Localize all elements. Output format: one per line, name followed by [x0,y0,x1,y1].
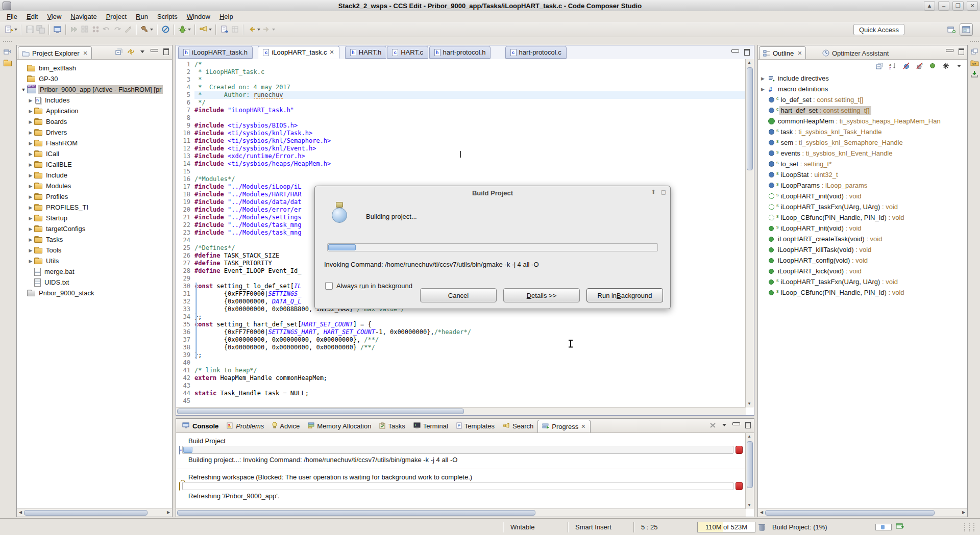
tab-console[interactable]: Console [178,420,223,432]
maximize-dialog-icon[interactable]: ▢ [661,189,666,195]
editor-hscrollbar[interactable] [176,407,746,415]
maximize-icon[interactable] [744,421,752,429]
expand-icon[interactable]: ▶ [27,237,34,242]
menu-scripts[interactable]: Scripts [153,12,182,21]
outline-item-iloophart_createtaskvoid[interactable]: iLoopHART_createTask(void) : void [758,234,967,244]
tab-project-explorer[interactable]: Project Explorer ✕ [18,46,92,59]
editor-vscrollbar[interactable]: ▲▼ [745,59,754,407]
redo-button[interactable] [112,24,122,35]
new-file-button[interactable] [4,24,18,35]
tree-item-icallble[interactable]: ▶ICallBLE [17,159,172,170]
tree-item-targetconfigs[interactable]: ▶targetConfigs [17,223,172,234]
last-edit-location-button[interactable] [219,24,230,35]
menu-window[interactable]: Window [182,12,215,21]
undo-button[interactable] [101,24,112,35]
tree-item-application[interactable]: ▶Application [17,106,172,116]
editor-tab-iLoopHART_task.h[interactable]: hiLoopHART_task.h [178,46,253,59]
view-grid-button[interactable] [80,24,90,35]
close-icon[interactable]: ✕ [330,49,334,56]
strip-handle[interactable] [3,41,12,44]
expand-icon[interactable]: ▶ [27,141,34,146]
link-with-editor-icon[interactable] [127,48,135,56]
minimize-icon[interactable] [150,48,158,56]
tab-tasks[interactable]: Tasks [375,420,409,432]
close-icon[interactable]: ✕ [581,423,585,430]
stop-job-button[interactable] [736,482,743,490]
collapse-all-icon[interactable] [875,62,884,70]
view-menu-icon[interactable] [955,62,963,70]
expand-icon[interactable]: ▶ [27,119,34,124]
outline-item-iloophart_kickvoid[interactable]: iLoopHART_kick(void) : void [758,266,967,276]
back-button[interactable] [247,24,261,35]
garbage-collect-icon[interactable] [758,523,765,531]
tree-item-uids.txt[interactable]: UIDS.txt [17,277,172,288]
status-progress-indicator[interactable] [875,524,892,530]
tab-terminal[interactable]: Terminal [409,420,452,432]
collapse-icon[interactable]: ▼ [20,87,27,92]
tree-item-icall[interactable]: ▶ICall [17,148,172,159]
outline-item-iloopstat[interactable]: siLoopStat : uint32_t [758,169,967,180]
tree-item-startup[interactable]: ▶Startup [17,213,172,223]
editor-tab-hart-protocol.c[interactable]: chart-protocol.c [505,46,567,59]
dropdown-caret-icon[interactable] [257,29,260,31]
sort-icon[interactable]: az [889,62,897,70]
save-button[interactable] [24,24,35,35]
tab-memory-allocation[interactable]: Memory Allocation [304,420,375,432]
outline-item-iloophart_taskfxnuarguarg[interactable]: siLoopHART_taskFxn(UArg, UArg) : void [758,276,967,287]
hide-static-icon[interactable]: s [915,62,923,70]
editor-tab-iLoopHART_task.c[interactable]: ciLoopHART_task.c✕ [258,46,339,59]
breakpoints-button[interactable] [90,24,101,35]
outline-item-iloop_cbfuncpin_handlepin_id[interactable]: siLoop_CBfunc(PIN_Handle, PIN_Id) : void [758,287,967,298]
close-icon[interactable]: ✕ [797,50,802,57]
strip-handle[interactable] [970,41,979,44]
expand-icon[interactable]: ▶ [27,109,34,114]
tree-item-merge.bat[interactable]: merge.bat [17,266,172,277]
debug-button[interactable] [177,24,192,35]
editor-tab-HART.c[interactable]: cHART.c [387,46,428,59]
expand-icon[interactable]: ▶ [27,205,34,210]
tree-item-pribor_9000_app[interactable]: ▼Pribor_9000_app [Active - FlashROM] [pr [17,84,172,95]
expand-icon[interactable]: ▶ [27,130,34,135]
terminate-button[interactable] [160,24,171,35]
run-in-background-button[interactable]: Run in Background [586,288,663,302]
expand-icon[interactable]: ▶ [761,87,768,92]
tree-item-profiles[interactable]: ▶Profiles [17,191,172,202]
close-window-button[interactable]: ✕ [967,1,978,11]
outline-item-sem[interactable]: ssem : ti_sysbios_knl_Semaphore_Handle [758,137,967,148]
expand-icon[interactable]: ▶ [27,259,34,264]
edit-marker-button[interactable] [122,24,133,35]
outline-item-iloophart_initvoid[interactable]: siLoopHART_init(void) : void [758,223,967,234]
restore-view-icon[interactable] [970,47,979,56]
outline-item-lo_set[interactable]: slo_set : setting_t* [758,159,967,169]
hide-non-public-icon[interactable] [928,62,937,70]
collapse-all-icon[interactable] [115,48,123,56]
menu-file[interactable]: File [2,12,22,21]
custom-filters-icon[interactable] [942,62,950,70]
expand-icon[interactable]: ▶ [27,226,34,232]
tree-item-include[interactable]: ▶Include [17,170,172,181]
tree-item-tools[interactable]: ▶Tools [17,245,172,256]
tree-item-drivers[interactable]: ▶Drivers [17,127,172,138]
progress-hscrollbar[interactable] [176,508,746,517]
tab-progress[interactable]: Progress✕ [537,420,590,432]
stop-job-button[interactable] [736,446,743,454]
outline-item-iloophart_taskfxnuarguarg[interactable]: siLoopHART_taskFxn(UArg, UArg) : void [758,201,967,212]
outline-macro-definitions[interactable]: ▶#macro definitions [758,84,967,94]
progress-vscrollbar[interactable]: ▲▼ [745,433,754,509]
menu-project[interactable]: Project [102,12,131,21]
restore-view-icon[interactable] [3,47,12,56]
expand-icon[interactable]: ▶ [27,184,34,189]
editor-tab-hart-protocol.h[interactable]: hhart-protocol.h [429,46,491,59]
outline-item-task[interactable]: stask : ti_sysbios_knl_Task_Handle [758,126,967,137]
details-button[interactable]: Details >> [503,288,580,302]
resize-grip[interactable] [964,523,976,531]
git-repositories-icon[interactable]: GIT [970,59,979,67]
dropdown-caret-icon[interactable] [150,29,153,31]
open-perspective-icon[interactable] [945,24,958,35]
outline-item-iloophart_initvoid[interactable]: siLoopHART_init(void) : void [758,191,967,201]
detach-dialog-icon[interactable]: ⬆ [651,189,655,195]
hide-fields-icon[interactable] [902,62,910,70]
save-all-button[interactable] [35,24,46,35]
search-button[interactable] [198,24,213,35]
tree-item-gp-30[interactable]: GP-30 [17,73,172,84]
